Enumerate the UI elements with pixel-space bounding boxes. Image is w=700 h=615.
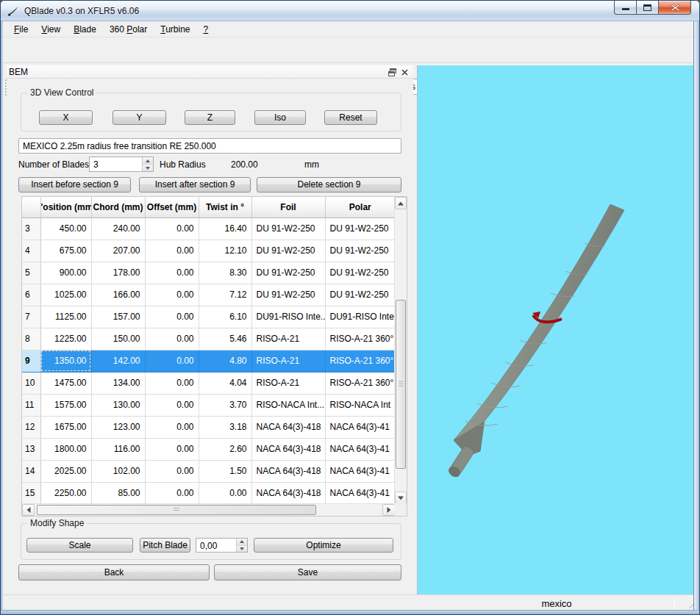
view-x-button[interactable]: X [39,110,93,125]
cell-position[interactable]: 1675.00 [40,416,91,438]
cell-offset[interactable]: 0.00 [145,328,199,350]
cell-twist[interactable]: 3.70 [199,394,251,416]
menu-turbine[interactable]: Turbine [154,22,196,37]
cell-foil[interactable]: NACA 64(3)-418 [251,416,325,438]
cell-offset[interactable]: 0.00 [145,482,199,504]
cell-chord[interactable]: 166.00 [91,284,145,306]
cell-chord[interactable]: 178.00 [91,262,145,284]
cell-offset[interactable]: 0.00 [145,284,199,306]
header-foil[interactable]: Foil [251,197,325,217]
horizontal-scrollbar[interactable] [22,503,395,516]
cell-position[interactable]: 1225.00 [40,328,91,350]
row-header[interactable]: 11 [22,394,40,416]
cell-offset[interactable]: 0.00 [145,217,199,240]
cell-polar[interactable]: DU 91-W2-250 [325,240,395,262]
number-of-blades-stepper[interactable]: 3 [89,157,154,172]
save-button[interactable]: Save [214,564,401,580]
row-header[interactable]: 10 [22,372,40,394]
cell-chord[interactable]: 150.00 [91,328,145,350]
cell-foil[interactable]: DU 91-W2-250 [251,262,325,284]
cell-foil[interactable]: RISO-NACA Int... [251,394,325,416]
cell-polar[interactable]: DU91-RISO Inte [325,306,395,328]
dock-title-bar[interactable]: BEM [7,65,413,79]
cell-twist[interactable]: 12.10 [199,240,251,262]
cell-foil[interactable]: RISO-A-21 [251,350,325,372]
spin-down-icon[interactable] [143,165,153,171]
cell-polar[interactable]: NACA 64(3)-41 [325,438,395,460]
view-reset-button[interactable]: Reset [324,110,377,125]
cell-polar[interactable]: RISO-NACA Int [325,394,395,416]
float-panel-icon[interactable] [388,68,397,77]
insert-before-button[interactable]: Insert before section 9 [18,177,131,193]
menu-view[interactable]: View [35,22,67,37]
cell-twist[interactable]: 6.10 [199,306,251,328]
cell-chord[interactable]: 123.00 [91,416,145,438]
minimize-button[interactable] [614,1,637,15]
cell-offset[interactable]: 0.00 [145,460,199,482]
title-bar[interactable]: QBlade v0.3 on XFLR5 v6.06 [1,1,699,21]
cell-position[interactable]: 1025.00 [40,284,91,306]
cell-chord[interactable]: 85.00 [91,482,145,504]
optimize-button[interactable]: Optimize [254,538,393,553]
cell-chord[interactable]: 102.00 [91,460,145,482]
cell-twist[interactable]: 2.60 [199,438,251,460]
cell-twist[interactable]: 4.80 [199,350,251,372]
menu-360-polar[interactable]: 360 Polar [103,22,154,37]
cell-chord[interactable]: 142.00 [91,350,145,372]
cell-chord[interactable]: 130.00 [91,394,145,416]
cell-polar[interactable]: RISO-A-21 360° [325,328,395,350]
cell-foil[interactable]: DU91-RISO Inte... [251,306,325,328]
horizontal-scroll-thumb[interactable] [37,505,316,515]
cell-polar[interactable]: NACA 64(3)-41 [325,416,395,438]
header-chord[interactable]: Chord (mm) [91,197,145,217]
maximize-button[interactable] [637,1,658,15]
scroll-up-button[interactable] [395,197,407,209]
row-header[interactable]: 3 [22,217,40,240]
cell-offset[interactable]: 0.00 [145,350,199,372]
viewport-3d[interactable] [417,65,695,594]
cell-twist[interactable]: 16.40 [199,217,251,240]
cell-polar[interactable]: NACA 64(3)-41 [325,460,395,482]
header-offset[interactable]: Offset (mm) [145,197,199,217]
cell-chord[interactable]: 240.00 [91,217,145,240]
row-header[interactable]: 15 [22,482,40,504]
cell-twist[interactable]: 4.04 [199,372,251,394]
cell-position[interactable]: 675.00 [40,240,91,262]
cell-polar[interactable]: DU 91-W2-250 [325,284,395,306]
row-header[interactable]: 4 [22,240,40,262]
row-header[interactable]: 5 [22,262,40,284]
cell-foil[interactable]: RISO-A-21 [251,372,325,394]
view-y-button[interactable]: Y [113,110,166,125]
cell-offset[interactable]: 0.00 [145,240,199,262]
spin-up-icon[interactable] [143,157,153,165]
row-header[interactable]: 7 [22,306,40,328]
cell-offset[interactable]: 0.00 [145,372,199,394]
cell-twist[interactable]: 5.46 [199,328,251,350]
menu-help[interactable]: ? [197,22,215,37]
cell-foil[interactable]: DU 91-W2-250 [251,217,325,240]
cell-offset[interactable]: 0.00 [145,438,199,460]
cell-polar[interactable]: NACA 64(3)-41 [325,482,395,504]
delete-section-button[interactable]: Delete section 9 [257,177,401,193]
menu-blade[interactable]: Blade [67,22,103,37]
header-polar[interactable]: Polar [325,197,395,217]
scale-button[interactable]: Scale [26,538,133,553]
cell-polar[interactable]: DU 91-W2-250 [325,262,395,284]
scroll-left-button[interactable] [22,504,35,516]
cell-offset[interactable]: 0.00 [145,416,199,438]
menu-file[interactable]: File [7,22,35,37]
cell-position[interactable]: 450.00 [40,217,91,240]
cell-chord[interactable]: 207.00 [91,240,145,262]
cell-position[interactable]: 1125.00 [40,306,91,328]
cell-position[interactable]: 2025.00 [40,460,91,482]
dock-close-icon[interactable] [400,68,410,77]
cell-foil[interactable]: RISO-A-21 [251,328,325,350]
row-header[interactable]: 6 [22,284,40,306]
cell-position[interactable]: 1800.00 [40,438,91,460]
row-header[interactable]: 13 [22,438,40,460]
cell-twist[interactable]: 1.50 [199,460,251,482]
cell-twist[interactable]: 3.18 [199,416,251,438]
cell-offset[interactable]: 0.00 [145,394,199,416]
cell-twist[interactable]: 7.12 [199,284,251,306]
cell-position[interactable]: 1475.00 [40,372,91,394]
